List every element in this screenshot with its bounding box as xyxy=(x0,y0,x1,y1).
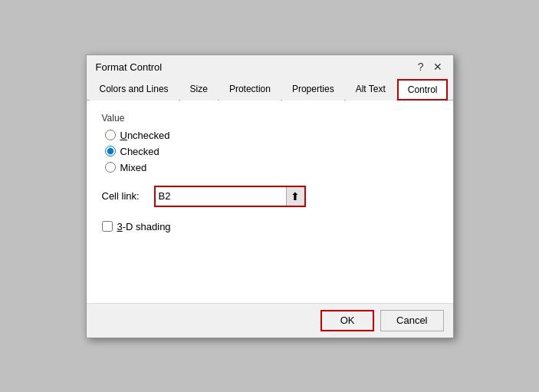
title-bar-controls: ? ✕ xyxy=(416,61,444,72)
cell-link-input[interactable] xyxy=(156,187,286,206)
radio-input-mixed[interactable] xyxy=(105,162,116,173)
tab-content-control: Value Unchecked Checked Mixed Cell link: xyxy=(87,100,453,303)
radio-input-checked[interactable] xyxy=(105,146,116,156)
tab-bar: Colors and Lines Size Protection Propert… xyxy=(87,79,453,100)
radio-input-unchecked[interactable] xyxy=(105,130,116,140)
radio-label-unchecked: Unchecked xyxy=(120,130,170,141)
cell-link-label: Cell link: xyxy=(102,190,148,202)
three-d-shading-checkbox[interactable] xyxy=(102,221,113,232)
cell-link-input-wrap: ⬆ xyxy=(154,186,306,207)
tab-protection[interactable]: Protection xyxy=(219,79,281,100)
cell-link-picker-button[interactable]: ⬆ xyxy=(286,187,304,206)
three-d-shading-label[interactable]: 3-D shading xyxy=(117,221,171,232)
cancel-button[interactable]: Cancel xyxy=(380,310,443,331)
format-control-dialog: Format Control ? ✕ Colors and Lines Size… xyxy=(86,54,454,338)
tab-size[interactable]: Size xyxy=(180,79,218,100)
radio-label-mixed: Mixed xyxy=(120,162,147,173)
radio-checked[interactable]: Checked xyxy=(105,146,438,157)
help-button[interactable]: ? xyxy=(416,61,426,72)
tab-control[interactable]: Control xyxy=(397,79,449,100)
dialog-footer: OK Cancel xyxy=(87,303,453,338)
tab-alt-text[interactable]: Alt Text xyxy=(346,79,396,100)
radio-unchecked[interactable]: Unchecked xyxy=(105,130,438,141)
value-radio-group: Unchecked Checked Mixed xyxy=(105,130,438,173)
title-bar: Format Control ? ✕ xyxy=(87,55,453,76)
close-button[interactable]: ✕ xyxy=(432,61,444,72)
cell-link-row: Cell link: ⬆ xyxy=(102,186,438,207)
ok-button[interactable]: OK xyxy=(320,310,374,331)
tab-properties[interactable]: Properties xyxy=(282,79,344,100)
upload-icon: ⬆ xyxy=(291,190,300,203)
value-section-label: Value xyxy=(102,113,438,124)
radio-mixed[interactable]: Mixed xyxy=(105,162,438,173)
radio-label-checked: Checked xyxy=(120,146,159,157)
dialog-title: Format Control xyxy=(96,61,163,73)
tab-colors-lines[interactable]: Colors and Lines xyxy=(90,79,179,100)
three-d-shading-row: 3-D shading xyxy=(102,221,438,232)
